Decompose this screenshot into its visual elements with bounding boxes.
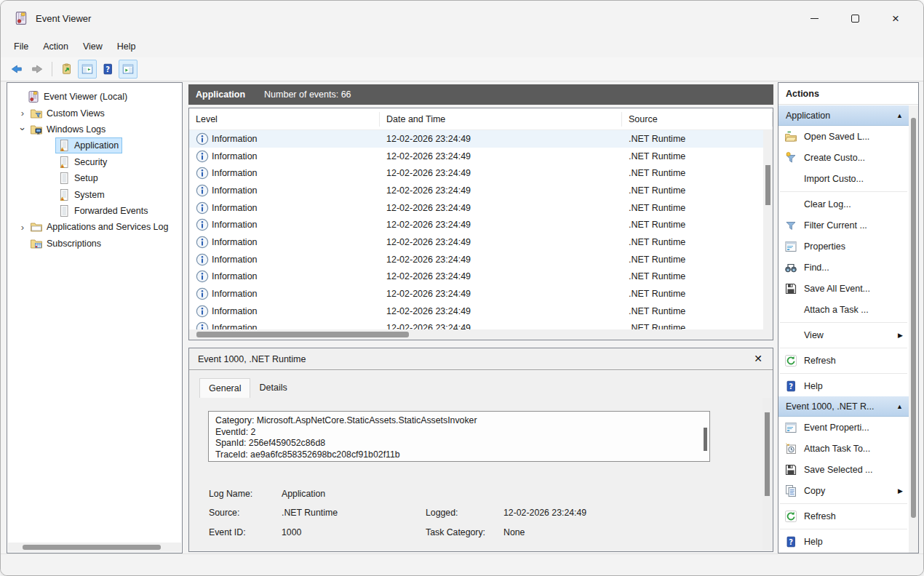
chevron-right-icon[interactable]: › — [17, 108, 28, 119]
collapse-icon[interactable]: ▲ — [896, 112, 903, 119]
cell-source: .NET Runtime — [622, 134, 763, 144]
tree-item-windows-logs[interactable]: ›Windows Logs — [7, 121, 182, 137]
export-list-button[interactable] — [57, 60, 76, 79]
table-row[interactable]: Information 12-02-2026 23:24:49 .NET Run… — [189, 216, 763, 233]
tree-horizontal-scrollbar[interactable] — [8, 543, 181, 552]
tab-general[interactable]: General — [199, 378, 250, 398]
table-row[interactable]: Information 12-02-2026 23:24:49 .NET Run… — [189, 199, 763, 217]
menu-help[interactable]: Help — [110, 39, 143, 55]
info-icon — [196, 150, 209, 163]
tree-item-system[interactable]: System — [7, 186, 182, 202]
tree-item-forwarded-events[interactable]: Forwarded Events — [7, 203, 182, 219]
tree-item-security[interactable]: Security — [7, 154, 182, 170]
menu-action[interactable]: Action — [36, 39, 76, 55]
toggle-console-tree-button[interactable] — [78, 60, 97, 79]
table-vertical-scrollbar[interactable] — [763, 130, 773, 329]
tree-item-application[interactable]: Application — [7, 137, 182, 153]
action-copy[interactable]: Copy▶ — [778, 480, 909, 501]
section-header-label: Application — [786, 111, 830, 121]
action-open-saved-l[interactable]: Open Saved L... — [778, 126, 909, 147]
info-icon — [196, 167, 209, 180]
actions-section-event-1000-net-r[interactable]: Event 1000, .NET R... ▲ — [778, 396, 909, 417]
menu-file[interactable]: File — [7, 39, 36, 55]
scrollbar-thumb[interactable] — [765, 165, 770, 205]
table-row[interactable]: Information 12-02-2026 23:24:49 .NET Run… — [189, 182, 763, 199]
actions-vertical-scrollbar[interactable] — [909, 105, 918, 553]
action-event-properti[interactable]: Event Properti... — [778, 417, 909, 438]
tree-item-label: System — [74, 190, 105, 200]
collapse-icon[interactable]: ▲ — [896, 403, 903, 410]
action-refresh[interactable]: Refresh — [778, 505, 909, 527]
action-attach-task-to[interactable]: Attach Task To... — [778, 438, 909, 459]
column-header-source[interactable]: Source — [622, 112, 773, 127]
table-row[interactable]: Information 12-02-2026 23:24:49 .NET Run… — [189, 164, 763, 182]
close-icon[interactable]: ✕ — [754, 353, 762, 364]
close-button[interactable]: × — [875, 1, 916, 36]
cell-datetime: 12-02-2026 23:24:49 — [380, 203, 622, 213]
column-header-level[interactable]: Level — [189, 112, 380, 127]
table-horizontal-scrollbar[interactable] — [189, 329, 763, 340]
logged-label: Logged: — [426, 508, 503, 518]
cell-datetime: 12-02-2026 23:24:49 — [380, 220, 622, 230]
maximize-button[interactable] — [835, 1, 875, 36]
actions-section-application[interactable]: Application ▲ — [778, 105, 909, 126]
info-icon — [196, 184, 209, 197]
cell-datetime: 12-02-2026 23:24:49 — [380, 151, 622, 161]
help-icon: ? — [784, 535, 797, 548]
info-icon — [196, 321, 209, 329]
action-label: Filter Current ... — [804, 220, 867, 231]
table-row[interactable]: Information 12-02-2026 23:24:49 .NET Run… — [189, 303, 763, 320]
action-filter-current[interactable]: Filter Current ... — [778, 215, 909, 236]
forward-button[interactable] — [28, 60, 47, 79]
table-row[interactable]: Information 12-02-2026 23:24:49 .NET Run… — [189, 130, 763, 148]
cell-source: .NET Runtime — [622, 289, 763, 299]
table-row[interactable]: Information 12-02-2026 23:24:49 .NET Run… — [189, 148, 763, 165]
scrollbar-thumb[interactable] — [765, 412, 770, 496]
log-name-value: Application — [282, 489, 325, 499]
tree-item-custom-views[interactable]: ›Custom Views — [7, 105, 182, 121]
scrollbar-thumb[interactable] — [911, 118, 916, 518]
action-clear-log[interactable]: Clear Log... — [778, 193, 909, 215]
cell-level: Information — [212, 203, 258, 213]
action-import-custo[interactable]: Import Custo... — [778, 168, 909, 189]
properties-icon — [784, 240, 797, 253]
action-label: Create Custo... — [804, 153, 865, 163]
tree-item-applications-and-services-log[interactable]: ›Applications and Services Log — [7, 219, 182, 235]
back-button[interactable] — [7, 60, 26, 79]
table-row[interactable]: Information 12-02-2026 23:24:49 .NET Run… — [189, 285, 763, 303]
event-message-box[interactable]: Category: Microsoft.AspNetCore.StaticAss… — [208, 411, 710, 462]
chevron-down-icon[interactable]: › — [17, 124, 28, 135]
detail-vertical-scrollbar[interactable] — [762, 398, 772, 550]
toggle-action-pane-button[interactable] — [119, 60, 138, 79]
menu-view[interactable]: View — [76, 39, 110, 55]
save-icon — [784, 282, 797, 295]
action-view[interactable]: View▶ — [778, 324, 909, 345]
action-save-selected[interactable]: Save Selected ... — [778, 459, 909, 480]
action-properties[interactable]: Properties — [778, 236, 909, 257]
table-row[interactable]: Information 12-02-2026 23:24:49 .NET Run… — [189, 268, 763, 286]
help-button[interactable]: ? — [98, 60, 117, 79]
message-scrollbar-thumb[interactable] — [704, 428, 707, 451]
scrollbar-thumb[interactable] — [23, 545, 161, 550]
table-row[interactable]: Information 12-02-2026 23:24:49 .NET Run… — [189, 320, 763, 329]
chevron-right-icon[interactable]: › — [17, 222, 28, 233]
action-refresh[interactable]: Refresh — [778, 350, 909, 371]
action-help[interactable]: ?Help — [778, 375, 909, 396]
action-attach-a-task[interactable]: Attach a Task ... — [778, 299, 909, 320]
scrollbar-thumb[interactable] — [196, 332, 409, 337]
action-create-custo[interactable]: Create Custo... — [778, 147, 909, 168]
action-find[interactable]: Find... — [778, 257, 909, 278]
table-row[interactable]: Information 12-02-2026 23:24:49 .NET Run… — [189, 251, 763, 268]
table-row[interactable]: Information 12-02-2026 23:24:49 .NET Run… — [189, 233, 763, 251]
cell-datetime: 12-02-2026 23:24:49 — [380, 134, 622, 144]
action-help[interactable]: ?Help — [778, 531, 909, 552]
cell-level: Information — [212, 220, 258, 230]
action-label: Open Saved L... — [804, 132, 869, 142]
minimize-button[interactable] — [794, 1, 835, 36]
tree-item-setup[interactable]: Setup — [7, 170, 182, 186]
tree-item-subscriptions[interactable]: Subscriptions — [7, 236, 182, 252]
tree-item-event-viewer-local[interactable]: Event Viewer (Local) — [7, 89, 182, 105]
column-header-date-and-time[interactable]: Date and Time — [380, 112, 622, 127]
tab-details[interactable]: Details — [250, 379, 295, 397]
action-save-all-event[interactable]: Save All Event... — [778, 278, 909, 299]
